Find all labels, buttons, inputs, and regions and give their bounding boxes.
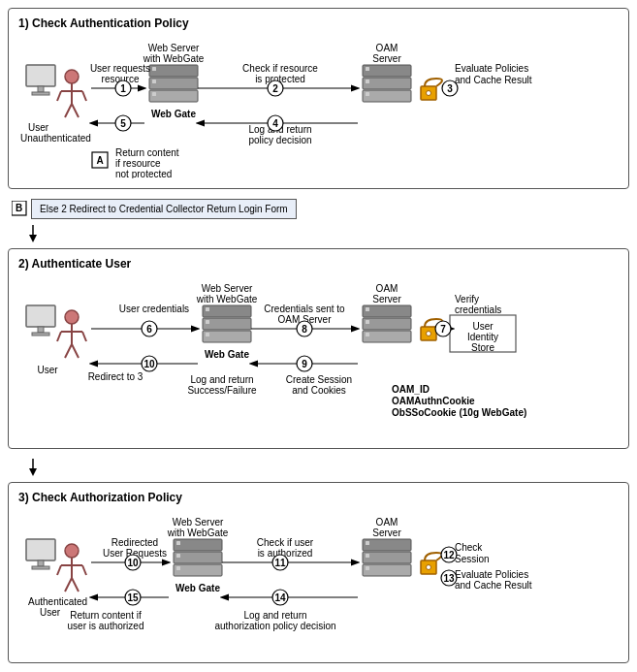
svg-text:policy decision: policy decision — [248, 135, 311, 145]
svg-rect-150 — [363, 552, 411, 563]
svg-marker-125 — [29, 468, 37, 476]
svg-line-6 — [65, 104, 72, 117]
svg-text:14: 14 — [274, 592, 286, 603]
connector-1-2 — [8, 225, 629, 244]
svg-text:User: User — [40, 607, 61, 618]
svg-text:Check if user: Check if user — [257, 537, 314, 548]
svg-line-134 — [57, 565, 61, 575]
svg-text:6: 6 — [146, 324, 152, 335]
svg-line-68 — [65, 344, 72, 358]
svg-text:8: 8 — [302, 324, 307, 335]
svg-line-7 — [72, 104, 79, 117]
svg-rect-79 — [206, 320, 209, 324]
svg-rect-62 — [26, 305, 55, 327]
svg-text:User: User — [37, 365, 58, 375]
svg-rect-18 — [152, 80, 156, 83]
svg-text:12: 12 — [443, 550, 455, 560]
svg-text:Web Gate: Web Gate — [151, 109, 196, 119]
section-3: 3) Check Authorization Policy Authentica… — [8, 482, 629, 663]
svg-text:10: 10 — [127, 558, 139, 568]
svg-rect-23 — [363, 65, 411, 77]
svg-rect-142 — [174, 564, 222, 576]
svg-rect-19 — [152, 92, 156, 96]
svg-text:11: 11 — [274, 558, 286, 568]
svg-rect-2 — [32, 92, 49, 95]
svg-rect-17 — [152, 67, 156, 71]
svg-point-3 — [65, 70, 79, 83]
svg-rect-140 — [174, 539, 222, 551]
svg-text:Web Server: Web Server — [202, 283, 253, 294]
svg-line-69 — [72, 344, 79, 358]
svg-text:if resource: if resource — [115, 158, 161, 169]
svg-text:authorization policy decision: authorization policy decision — [214, 621, 335, 631]
svg-rect-77 — [203, 331, 251, 342]
svg-text:Check if resource: Check if resource — [242, 63, 318, 74]
svg-text:with WebGate: with WebGate — [143, 53, 205, 64]
svg-text:B: B — [16, 203, 22, 213]
section-1-title: 1) Check Authentication Policy — [18, 16, 619, 30]
svg-rect-126 — [26, 539, 55, 560]
svg-point-65 — [65, 310, 79, 324]
svg-text:OAM: OAM — [376, 517, 398, 528]
svg-text:User requests: User requests — [90, 63, 150, 74]
svg-text:Log and return: Log and return — [243, 610, 306, 621]
svg-text:Log and return: Log and return — [190, 374, 253, 385]
svg-rect-149 — [363, 539, 411, 551]
svg-rect-78 — [206, 307, 209, 311]
svg-rect-128 — [32, 566, 49, 569]
svg-text:not protected: not protected — [115, 169, 172, 178]
svg-text:Success/Failure: Success/Failure — [187, 385, 257, 396]
svg-text:Unauthenticated: Unauthenticated — [20, 133, 91, 144]
svg-text:Create Session: Create Session — [286, 374, 352, 385]
svg-marker-61 — [29, 235, 37, 242]
svg-point-91 — [427, 332, 431, 336]
svg-text:Evaluate Policies: Evaluate Policies — [455, 63, 528, 74]
svg-rect-154 — [366, 566, 369, 570]
svg-rect-87 — [366, 307, 369, 311]
svg-text:with WebGate: with WebGate — [167, 528, 229, 538]
svg-text:Server: Server — [372, 294, 401, 304]
svg-rect-144 — [176, 554, 180, 558]
svg-text:15: 15 — [127, 592, 139, 603]
svg-text:1: 1 — [120, 83, 126, 94]
svg-rect-63 — [38, 327, 44, 333]
svg-text:Web Server: Web Server — [148, 43, 200, 53]
svg-text:and Cache Result: and Cache Result — [455, 75, 532, 85]
section-1-diagram: User Unauthenticated Web Server with Web… — [18, 38, 619, 178]
svg-text:Return content if: Return content if — [70, 610, 142, 621]
svg-text:credentials: credentials — [455, 304, 501, 315]
svg-text:Redirect to 3: Redirect to 3 — [88, 371, 143, 382]
redirect-text: Else 2 Redirect to Credential Collector … — [40, 204, 288, 214]
svg-rect-0 — [26, 65, 55, 86]
svg-rect-86 — [363, 331, 411, 342]
svg-text:OAM: OAM — [376, 283, 398, 294]
svg-rect-152 — [366, 541, 369, 545]
svg-rect-151 — [363, 564, 411, 576]
svg-rect-14 — [149, 65, 198, 77]
svg-line-71 — [82, 332, 86, 341]
svg-rect-1 — [38, 86, 44, 92]
svg-point-156 — [427, 565, 431, 570]
svg-text:Web Server: Web Server — [173, 517, 224, 528]
svg-text:User credentials: User credentials — [119, 304, 189, 314]
svg-rect-84 — [363, 305, 411, 317]
svg-rect-25 — [363, 90, 411, 102]
svg-text:Return content: Return content — [115, 147, 179, 158]
svg-rect-28 — [366, 92, 369, 96]
svg-text:User: User — [472, 321, 494, 332]
svg-text:user is authorized: user is authorized — [68, 621, 144, 631]
svg-text:Session: Session — [455, 554, 490, 564]
svg-text:3: 3 — [447, 83, 453, 94]
svg-text:Server: Server — [372, 528, 401, 538]
svg-rect-76 — [203, 318, 251, 330]
svg-rect-75 — [203, 305, 251, 317]
svg-rect-127 — [38, 560, 44, 566]
svg-rect-88 — [366, 320, 369, 324]
svg-line-133 — [72, 578, 79, 592]
svg-text:9: 9 — [302, 359, 307, 369]
svg-rect-16 — [149, 90, 198, 102]
section-3-diagram: Authenticated User Web Server with WebGa… — [18, 512, 619, 653]
svg-line-8 — [57, 91, 61, 101]
svg-line-135 — [82, 565, 86, 575]
svg-rect-80 — [206, 333, 209, 336]
